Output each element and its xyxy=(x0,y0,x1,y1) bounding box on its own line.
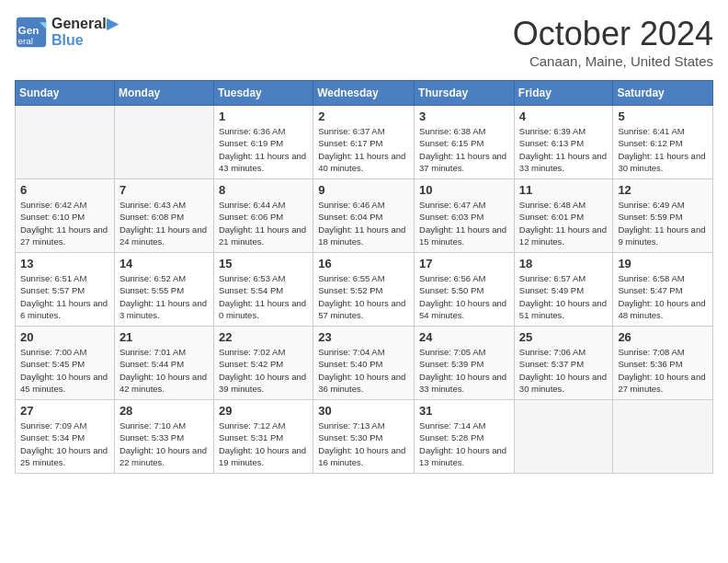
calendar-cell: 13Sunrise: 6:51 AM Sunset: 5:57 PM Dayli… xyxy=(16,253,115,327)
calendar-cell: 2Sunrise: 6:37 AM Sunset: 6:17 PM Daylig… xyxy=(313,106,415,179)
day-info: Sunrise: 7:04 AM Sunset: 5:40 PM Dayligh… xyxy=(318,346,409,395)
day-info: Sunrise: 6:44 AM Sunset: 6:06 PM Dayligh… xyxy=(219,199,308,247)
day-info: Sunrise: 6:38 AM Sunset: 6:15 PM Dayligh… xyxy=(419,125,509,174)
day-info: Sunrise: 6:36 AM Sunset: 6:19 PM Dayligh… xyxy=(219,125,308,174)
day-info: Sunrise: 6:51 AM Sunset: 5:57 PM Dayligh… xyxy=(20,272,109,321)
day-number: 18 xyxy=(519,257,609,270)
day-number: 15 xyxy=(219,257,308,270)
location-title: Canaan, Maine, United States xyxy=(513,53,713,69)
day-number: 8 xyxy=(219,183,308,197)
calendar-cell: 28Sunrise: 7:10 AM Sunset: 5:33 PM Dayli… xyxy=(114,400,213,474)
day-info: Sunrise: 7:01 AM Sunset: 5:44 PM Dayligh… xyxy=(119,346,209,395)
calendar-cell: 5Sunrise: 6:41 AM Sunset: 6:12 PM Daylig… xyxy=(613,106,713,179)
day-info: Sunrise: 6:49 AM Sunset: 5:59 PM Dayligh… xyxy=(618,199,708,247)
day-number: 28 xyxy=(119,404,209,418)
day-number: 25 xyxy=(519,330,609,344)
day-number: 17 xyxy=(419,257,509,270)
page-header: Gen eral General▶ Blue October 2024 Cana… xyxy=(15,15,713,69)
day-info: Sunrise: 7:12 AM Sunset: 5:31 PM Dayligh… xyxy=(219,419,308,468)
calendar-cell: 23Sunrise: 7:04 AM Sunset: 5:40 PM Dayli… xyxy=(313,327,415,400)
title-block: October 2024 Canaan, Maine, United State… xyxy=(513,15,713,69)
calendar-cell: 27Sunrise: 7:09 AM Sunset: 5:34 PM Dayli… xyxy=(16,400,115,474)
calendar-cell: 29Sunrise: 7:12 AM Sunset: 5:31 PM Dayli… xyxy=(213,400,313,474)
weekday-header: Sunday xyxy=(16,81,115,106)
day-info: Sunrise: 7:13 AM Sunset: 5:30 PM Dayligh… xyxy=(318,419,409,468)
calendar-cell: 10Sunrise: 6:47 AM Sunset: 6:03 PM Dayli… xyxy=(415,179,515,253)
day-info: Sunrise: 6:57 AM Sunset: 5:49 PM Dayligh… xyxy=(519,272,609,321)
calendar-cell: 14Sunrise: 6:52 AM Sunset: 5:55 PM Dayli… xyxy=(114,253,213,327)
day-info: Sunrise: 7:08 AM Sunset: 5:36 PM Dayligh… xyxy=(618,346,708,395)
calendar-cell: 24Sunrise: 7:05 AM Sunset: 5:39 PM Dayli… xyxy=(415,327,515,400)
day-info: Sunrise: 7:02 AM Sunset: 5:42 PM Dayligh… xyxy=(219,346,308,395)
calendar-cell: 1Sunrise: 6:36 AM Sunset: 6:19 PM Daylig… xyxy=(213,106,313,179)
svg-text:Gen: Gen xyxy=(18,23,40,35)
day-number: 11 xyxy=(519,183,609,197)
weekday-header: Saturday xyxy=(613,81,713,106)
calendar-cell: 25Sunrise: 7:06 AM Sunset: 5:37 PM Dayli… xyxy=(514,327,613,400)
day-number: 23 xyxy=(318,330,409,344)
logo-text: General▶ Blue xyxy=(51,15,118,49)
day-number: 2 xyxy=(318,109,409,123)
calendar-cell xyxy=(114,106,213,179)
calendar-cell: 9Sunrise: 6:46 AM Sunset: 6:04 PM Daylig… xyxy=(313,179,415,253)
calendar-cell: 15Sunrise: 6:53 AM Sunset: 5:54 PM Dayli… xyxy=(213,253,313,327)
calendar-week-row: 27Sunrise: 7:09 AM Sunset: 5:34 PM Dayli… xyxy=(16,400,713,474)
day-info: Sunrise: 7:06 AM Sunset: 5:37 PM Dayligh… xyxy=(519,346,609,395)
day-info: Sunrise: 7:10 AM Sunset: 5:33 PM Dayligh… xyxy=(119,419,209,468)
logo-icon: Gen eral xyxy=(15,16,48,49)
day-info: Sunrise: 7:14 AM Sunset: 5:28 PM Dayligh… xyxy=(419,419,509,468)
day-number: 10 xyxy=(419,183,509,197)
day-info: Sunrise: 6:37 AM Sunset: 6:17 PM Dayligh… xyxy=(318,125,409,174)
day-number: 3 xyxy=(419,109,509,123)
day-number: 19 xyxy=(618,257,708,270)
calendar-cell xyxy=(613,400,713,474)
calendar-cell: 19Sunrise: 6:58 AM Sunset: 5:47 PM Dayli… xyxy=(613,253,713,327)
calendar-cell: 26Sunrise: 7:08 AM Sunset: 5:36 PM Dayli… xyxy=(613,327,713,400)
weekday-header-row: SundayMondayTuesdayWednesdayThursdayFrid… xyxy=(16,81,713,106)
day-number: 30 xyxy=(318,404,409,418)
calendar-cell: 8Sunrise: 6:44 AM Sunset: 6:06 PM Daylig… xyxy=(213,179,313,253)
weekday-header: Thursday xyxy=(415,81,515,106)
month-title: October 2024 xyxy=(513,15,713,53)
day-number: 1 xyxy=(219,109,308,123)
day-info: Sunrise: 6:56 AM Sunset: 5:50 PM Dayligh… xyxy=(419,272,509,321)
day-number: 9 xyxy=(318,183,409,197)
day-info: Sunrise: 6:58 AM Sunset: 5:47 PM Dayligh… xyxy=(618,272,708,321)
day-info: Sunrise: 6:53 AM Sunset: 5:54 PM Dayligh… xyxy=(219,272,308,321)
logo: Gen eral General▶ Blue xyxy=(15,15,118,49)
weekday-header: Friday xyxy=(514,81,613,106)
calendar-table: SundayMondayTuesdayWednesdayThursdayFrid… xyxy=(15,80,713,474)
calendar-cell: 6Sunrise: 6:42 AM Sunset: 6:10 PM Daylig… xyxy=(16,179,115,253)
day-info: Sunrise: 6:43 AM Sunset: 6:08 PM Dayligh… xyxy=(119,199,209,247)
calendar-cell: 16Sunrise: 6:55 AM Sunset: 5:52 PM Dayli… xyxy=(313,253,415,327)
calendar-cell: 20Sunrise: 7:00 AM Sunset: 5:45 PM Dayli… xyxy=(16,327,115,400)
day-info: Sunrise: 7:05 AM Sunset: 5:39 PM Dayligh… xyxy=(419,346,509,395)
calendar-cell xyxy=(514,400,613,474)
day-number: 22 xyxy=(219,330,308,344)
day-number: 12 xyxy=(618,183,708,197)
day-number: 24 xyxy=(419,330,509,344)
day-info: Sunrise: 6:41 AM Sunset: 6:12 PM Dayligh… xyxy=(618,125,708,174)
day-info: Sunrise: 6:47 AM Sunset: 6:03 PM Dayligh… xyxy=(419,199,509,247)
calendar-cell: 22Sunrise: 7:02 AM Sunset: 5:42 PM Dayli… xyxy=(213,327,313,400)
calendar-cell: 30Sunrise: 7:13 AM Sunset: 5:30 PM Dayli… xyxy=(313,400,415,474)
day-number: 31 xyxy=(419,404,509,418)
weekday-header: Tuesday xyxy=(213,81,313,106)
day-info: Sunrise: 6:52 AM Sunset: 5:55 PM Dayligh… xyxy=(119,272,209,321)
day-number: 14 xyxy=(119,257,209,270)
day-number: 29 xyxy=(219,404,308,418)
day-number: 21 xyxy=(119,330,209,344)
day-number: 13 xyxy=(20,257,109,270)
day-info: Sunrise: 6:46 AM Sunset: 6:04 PM Dayligh… xyxy=(318,199,409,247)
weekday-header: Wednesday xyxy=(313,81,415,106)
calendar-cell: 21Sunrise: 7:01 AM Sunset: 5:44 PM Dayli… xyxy=(114,327,213,400)
day-number: 26 xyxy=(618,330,708,344)
day-number: 27 xyxy=(20,404,109,418)
calendar-cell: 12Sunrise: 6:49 AM Sunset: 5:59 PM Dayli… xyxy=(613,179,713,253)
calendar-cell: 7Sunrise: 6:43 AM Sunset: 6:08 PM Daylig… xyxy=(114,179,213,253)
calendar-cell: 3Sunrise: 6:38 AM Sunset: 6:15 PM Daylig… xyxy=(415,106,515,179)
day-number: 20 xyxy=(20,330,109,344)
calendar-week-row: 6Sunrise: 6:42 AM Sunset: 6:10 PM Daylig… xyxy=(16,179,713,253)
day-number: 4 xyxy=(519,109,609,123)
calendar-cell: 18Sunrise: 6:57 AM Sunset: 5:49 PM Dayli… xyxy=(514,253,613,327)
